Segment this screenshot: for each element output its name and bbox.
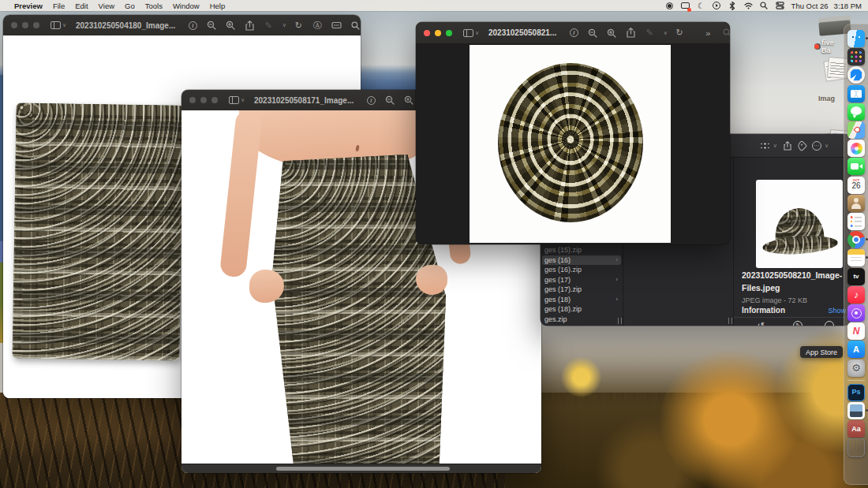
dock-news-icon[interactable]: N [847, 322, 865, 340]
menu-item-window[interactable]: Window [173, 2, 200, 10]
dock-reminders-icon[interactable] [847, 213, 865, 230]
zoom-button[interactable] [446, 30, 452, 36]
close-button[interactable] [189, 97, 196, 103]
markup-pen-icon[interactable]: ✎ [642, 27, 657, 39]
sidebar-toggle-icon[interactable]: ∨ [463, 27, 479, 39]
bluetooth-icon[interactable] [728, 2, 737, 10]
spotlight-icon[interactable] [760, 2, 769, 10]
rotate-left-button[interactable]: ↺ Rotate Left [746, 320, 776, 326]
dock-finder-icon[interactable] [847, 30, 865, 47]
menu-item-edit[interactable]: Edit [75, 2, 88, 10]
tags-icon[interactable] [798, 142, 806, 150]
zoom-out-icon[interactable] [382, 94, 398, 106]
dock-safari-icon[interactable] [847, 66, 865, 84]
menu-item-view[interactable]: View [99, 2, 114, 10]
dock-notes-icon[interactable] [847, 249, 865, 266]
info-icon[interactable]: i [185, 19, 200, 32]
dock-facetime-icon[interactable] [847, 158, 865, 175]
dock-messages-icon[interactable] [847, 103, 865, 121]
info-icon[interactable]: i [363, 94, 379, 106]
focus-moon-icon[interactable]: ☾ [697, 2, 705, 10]
column-resize-handle[interactable] [618, 318, 622, 324]
more-actions-icon[interactable]: …∨ [812, 141, 829, 151]
sidebar-toggle-icon[interactable]: ∨ [229, 94, 245, 106]
front-window-titlebar[interactable]: ∨ 20231025050821... i ✎ ∨ ↻ » [416, 22, 730, 43]
view-options-icon[interactable]: ∨ [760, 142, 777, 150]
control-center-icon[interactable] [776, 2, 784, 10]
file-row[interactable]: ges (16).zip [542, 265, 621, 275]
file-row[interactable]: ges.zip [542, 315, 621, 325]
dock-photos-icon[interactable] [847, 140, 865, 157]
markup-pen-icon[interactable]: ✎ [260, 19, 276, 32]
rotate-icon[interactable]: ↻ [290, 19, 306, 32]
minimize-button[interactable] [22, 22, 28, 28]
highlight-circle-icon[interactable]: Ⓐ [309, 19, 325, 32]
finder-share-icon[interactable] [784, 141, 791, 151]
dock-chrome-icon[interactable] [847, 231, 865, 248]
markup-chevron-icon[interactable]: ∨ [660, 27, 668, 39]
markup-chevron-icon[interactable]: ∨ [279, 19, 287, 32]
minimize-button[interactable] [200, 97, 207, 103]
now-playing-icon[interactable] [713, 2, 721, 10]
menu-item-go[interactable]: Go [125, 2, 135, 10]
zoom-out-icon[interactable] [204, 19, 219, 32]
screen-record-icon[interactable] [665, 2, 674, 10]
dock-previewapp-icon[interactable] [847, 402, 865, 419]
dock-trash-icon[interactable] [847, 438, 865, 457]
dock-dictionary-icon[interactable]: Aa [847, 420, 865, 438]
screen-mirroring-icon[interactable] [681, 2, 690, 10]
text-select-icon[interactable] [328, 19, 344, 32]
column-resize-handle[interactable] [728, 318, 732, 324]
window-title: 20231025050821... [488, 28, 556, 37]
dock-podcasts-icon[interactable] [847, 304, 865, 322]
dock-appletv-icon[interactable]: tv [847, 268, 865, 285]
menu-item-tools[interactable]: Tools [145, 2, 163, 10]
menu-bar-clock[interactable]: Thu Oct 26 3:18 PM [791, 2, 862, 10]
file-name: ges (16) [544, 256, 615, 264]
zoom-button[interactable] [33, 22, 39, 28]
menu-item-preview[interactable]: Preview [14, 2, 43, 10]
file-preview-thumbnail[interactable] [756, 180, 843, 268]
dock-contacts-icon[interactable] [847, 195, 865, 212]
zoom-in-icon[interactable] [401, 94, 417, 106]
zoom-in-icon[interactable] [604, 27, 619, 39]
markup-button[interactable]: ✎ Markup [788, 320, 809, 326]
minimize-button[interactable] [435, 30, 441, 36]
sidebar-toggle-icon[interactable]: ∨ [51, 19, 66, 32]
file-row[interactable]: ges (18).zip [542, 304, 621, 315]
dock-appstore-icon[interactable]: A [847, 341, 865, 358]
dock-settings-icon[interactable]: ⚙ [847, 359, 865, 377]
file-row[interactable]: ges (16)› [542, 255, 621, 266]
file-name: ges.zip [544, 315, 618, 323]
zoom-button[interactable] [211, 97, 218, 103]
file-row[interactable]: ges (18)› [542, 295, 621, 305]
file-row[interactable]: ges (17).zip [542, 285, 621, 295]
desktop-file-label-imag[interactable]: Imag [818, 95, 835, 102]
toolbar-overflow-icon[interactable]: » [700, 27, 716, 39]
wifi-icon[interactable] [744, 2, 753, 10]
file-row[interactable]: ges (15).zip [542, 245, 621, 255]
dock-music-icon[interactable]: ♪ [847, 286, 865, 304]
search-icon[interactable] [719, 27, 730, 39]
file-row[interactable]: ges (17)› [542, 275, 621, 285]
back-window-titlebar[interactable]: ∨ 202310250504180_Image... i ✎ ∨ ↻ Ⓐ [3, 15, 361, 35]
dock-calendar-icon[interactable]: OCT26 [847, 177, 865, 194]
menu-item-file[interactable]: File [53, 2, 65, 10]
dock-maps-icon[interactable] [847, 121, 865, 139]
desktop-file-label-five[interactable]: five Ba [814, 43, 821, 50]
close-button[interactable] [11, 22, 17, 28]
dock-launchpad-icon[interactable] [847, 48, 865, 65]
info-icon[interactable]: i [566, 27, 582, 39]
horizontal-scrollbar[interactable] [276, 467, 450, 471]
zoom-in-icon[interactable] [223, 19, 238, 32]
dock-mail-icon[interactable] [847, 85, 865, 102]
close-button[interactable] [424, 30, 430, 36]
zoom-out-icon[interactable] [585, 27, 600, 39]
dock-photoshop-icon[interactable]: Ps [847, 384, 865, 401]
share-icon[interactable] [623, 27, 638, 39]
more-button[interactable]: … More... [819, 320, 839, 326]
rotate-icon[interactable]: ↻ [672, 27, 687, 39]
search-icon[interactable] [347, 19, 361, 32]
share-icon[interactable] [241, 19, 257, 32]
menu-item-help[interactable]: Help [210, 2, 226, 10]
